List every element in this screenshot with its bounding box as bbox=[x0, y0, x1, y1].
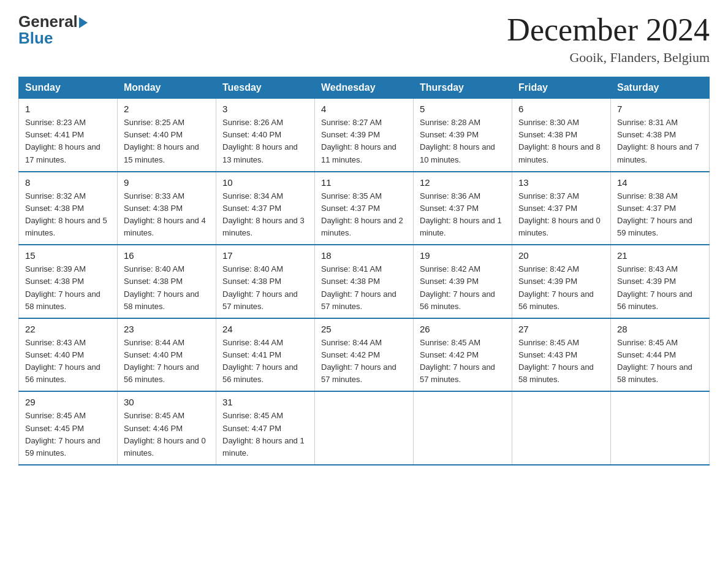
calendar-cell: 11 Sunrise: 8:35 AMSunset: 4:37 PMDaylig… bbox=[315, 172, 414, 245]
day-number: 17 bbox=[222, 250, 308, 261]
day-number: 14 bbox=[617, 177, 703, 188]
day-info: Sunrise: 8:45 AMSunset: 4:42 PMDaylight:… bbox=[420, 338, 495, 384]
day-number: 26 bbox=[420, 324, 506, 334]
day-info: Sunrise: 8:43 AMSunset: 4:40 PMDaylight:… bbox=[25, 338, 100, 384]
col-header-wednesday: Wednesday bbox=[315, 77, 414, 99]
day-number: 16 bbox=[124, 250, 210, 261]
calendar-cell: 17 Sunrise: 8:40 AMSunset: 4:38 PMDaylig… bbox=[216, 245, 315, 318]
calendar-cell: 13 Sunrise: 8:37 AMSunset: 4:37 PMDaylig… bbox=[512, 172, 611, 245]
day-info: Sunrise: 8:33 AMSunset: 4:38 PMDaylight:… bbox=[124, 191, 206, 237]
day-number: 19 bbox=[420, 250, 506, 261]
logo-blue-text: Blue bbox=[18, 29, 53, 48]
col-header-tuesday: Tuesday bbox=[216, 77, 315, 99]
calendar-cell: 14 Sunrise: 8:38 AMSunset: 4:37 PMDaylig… bbox=[611, 172, 710, 245]
calendar-cell: 19 Sunrise: 8:42 AMSunset: 4:39 PMDaylig… bbox=[414, 245, 512, 318]
day-number: 31 bbox=[222, 397, 308, 407]
day-info: Sunrise: 8:42 AMSunset: 4:39 PMDaylight:… bbox=[420, 264, 495, 310]
day-info: Sunrise: 8:31 AMSunset: 4:38 PMDaylight:… bbox=[617, 118, 699, 164]
calendar-cell bbox=[414, 391, 512, 465]
day-info: Sunrise: 8:44 AMSunset: 4:40 PMDaylight:… bbox=[124, 338, 199, 384]
col-header-monday: Monday bbox=[118, 77, 216, 99]
day-number: 15 bbox=[25, 250, 111, 261]
calendar-cell bbox=[611, 391, 710, 465]
day-info: Sunrise: 8:45 AMSunset: 4:46 PMDaylight:… bbox=[124, 411, 206, 457]
day-number: 8 bbox=[25, 177, 111, 188]
calendar-cell: 25 Sunrise: 8:44 AMSunset: 4:42 PMDaylig… bbox=[315, 318, 414, 392]
calendar-cell: 16 Sunrise: 8:40 AMSunset: 4:38 PMDaylig… bbox=[118, 245, 216, 318]
day-info: Sunrise: 8:40 AMSunset: 4:38 PMDaylight:… bbox=[124, 264, 199, 310]
calendar-cell: 28 Sunrise: 8:45 AMSunset: 4:44 PMDaylig… bbox=[611, 318, 710, 392]
day-number: 13 bbox=[518, 177, 604, 188]
calendar-cell: 12 Sunrise: 8:36 AMSunset: 4:37 PMDaylig… bbox=[414, 172, 512, 245]
day-number: 28 bbox=[617, 324, 703, 334]
calendar-cell: 21 Sunrise: 8:43 AMSunset: 4:39 PMDaylig… bbox=[611, 245, 710, 318]
calendar-cell: 27 Sunrise: 8:45 AMSunset: 4:43 PMDaylig… bbox=[512, 318, 611, 392]
calendar-week-row: 22 Sunrise: 8:43 AMSunset: 4:40 PMDaylig… bbox=[19, 318, 710, 392]
day-info: Sunrise: 8:43 AMSunset: 4:39 PMDaylight:… bbox=[617, 264, 692, 310]
calendar-cell: 31 Sunrise: 8:45 AMSunset: 4:47 PMDaylig… bbox=[216, 391, 315, 465]
calendar-cell: 8 Sunrise: 8:32 AMSunset: 4:38 PMDayligh… bbox=[19, 172, 118, 245]
day-info: Sunrise: 8:45 AMSunset: 4:43 PMDaylight:… bbox=[518, 338, 594, 384]
day-info: Sunrise: 8:26 AMSunset: 4:40 PMDaylight:… bbox=[222, 118, 298, 164]
col-header-thursday: Thursday bbox=[414, 77, 512, 99]
day-number: 22 bbox=[25, 324, 111, 334]
day-info: Sunrise: 8:36 AMSunset: 4:37 PMDaylight:… bbox=[420, 191, 502, 237]
month-title: December 2024 bbox=[507, 12, 710, 47]
calendar-cell: 18 Sunrise: 8:41 AMSunset: 4:38 PMDaylig… bbox=[315, 245, 414, 318]
day-number: 4 bbox=[321, 104, 407, 114]
calendar-cell: 22 Sunrise: 8:43 AMSunset: 4:40 PMDaylig… bbox=[19, 318, 118, 392]
day-info: Sunrise: 8:23 AMSunset: 4:41 PMDaylight:… bbox=[25, 118, 100, 164]
day-info: Sunrise: 8:38 AMSunset: 4:37 PMDaylight:… bbox=[617, 191, 692, 237]
calendar-cell: 5 Sunrise: 8:28 AMSunset: 4:39 PMDayligh… bbox=[414, 99, 512, 172]
calendar-cell: 3 Sunrise: 8:26 AMSunset: 4:40 PMDayligh… bbox=[216, 99, 315, 172]
day-info: Sunrise: 8:32 AMSunset: 4:38 PMDaylight:… bbox=[25, 191, 107, 237]
calendar-cell: 15 Sunrise: 8:39 AMSunset: 4:38 PMDaylig… bbox=[19, 245, 118, 318]
day-number: 7 bbox=[617, 104, 703, 114]
day-number: 12 bbox=[420, 177, 506, 188]
calendar-cell: 4 Sunrise: 8:27 AMSunset: 4:39 PMDayligh… bbox=[315, 99, 414, 172]
calendar-cell: 6 Sunrise: 8:30 AMSunset: 4:38 PMDayligh… bbox=[512, 99, 611, 172]
day-info: Sunrise: 8:45 AMSunset: 4:44 PMDaylight:… bbox=[617, 338, 692, 384]
day-number: 18 bbox=[321, 250, 407, 261]
calendar-cell: 7 Sunrise: 8:31 AMSunset: 4:38 PMDayligh… bbox=[611, 99, 710, 172]
day-info: Sunrise: 8:45 AMSunset: 4:45 PMDaylight:… bbox=[25, 411, 100, 457]
day-info: Sunrise: 8:34 AMSunset: 4:37 PMDaylight:… bbox=[222, 191, 305, 237]
day-number: 21 bbox=[617, 250, 703, 261]
day-number: 5 bbox=[420, 104, 506, 114]
day-number: 23 bbox=[124, 324, 210, 334]
day-number: 1 bbox=[25, 104, 111, 114]
col-header-friday: Friday bbox=[512, 77, 611, 99]
logo-arrow-icon bbox=[79, 17, 88, 28]
day-number: 20 bbox=[518, 250, 604, 261]
day-number: 24 bbox=[222, 324, 308, 334]
calendar-cell: 24 Sunrise: 8:44 AMSunset: 4:41 PMDaylig… bbox=[216, 318, 315, 392]
day-number: 3 bbox=[222, 104, 308, 114]
day-info: Sunrise: 8:39 AMSunset: 4:38 PMDaylight:… bbox=[25, 264, 100, 310]
calendar-week-row: 29 Sunrise: 8:45 AMSunset: 4:45 PMDaylig… bbox=[19, 391, 710, 465]
location-subtitle: Gooik, Flanders, Belgium bbox=[507, 50, 710, 66]
day-info: Sunrise: 8:37 AMSunset: 4:37 PMDaylight:… bbox=[518, 191, 601, 237]
calendar-cell: 20 Sunrise: 8:42 AMSunset: 4:39 PMDaylig… bbox=[512, 245, 611, 318]
calendar-week-row: 15 Sunrise: 8:39 AMSunset: 4:38 PMDaylig… bbox=[19, 245, 710, 318]
day-info: Sunrise: 8:42 AMSunset: 4:39 PMDaylight:… bbox=[518, 264, 594, 310]
calendar-table: SundayMondayTuesdayWednesdayThursdayFrid… bbox=[18, 77, 710, 465]
day-number: 29 bbox=[25, 397, 111, 407]
calendar-cell bbox=[512, 391, 611, 465]
day-info: Sunrise: 8:28 AMSunset: 4:39 PMDaylight:… bbox=[420, 118, 495, 164]
calendar-cell bbox=[315, 391, 414, 465]
day-info: Sunrise: 8:45 AMSunset: 4:47 PMDaylight:… bbox=[222, 411, 305, 457]
col-header-sunday: Sunday bbox=[19, 77, 118, 99]
day-number: 6 bbox=[518, 104, 604, 114]
day-info: Sunrise: 8:40 AMSunset: 4:38 PMDaylight:… bbox=[222, 264, 298, 310]
day-number: 10 bbox=[222, 177, 308, 188]
col-header-saturday: Saturday bbox=[611, 77, 710, 99]
day-number: 9 bbox=[124, 177, 210, 188]
calendar-cell: 23 Sunrise: 8:44 AMSunset: 4:40 PMDaylig… bbox=[118, 318, 216, 392]
day-info: Sunrise: 8:44 AMSunset: 4:42 PMDaylight:… bbox=[321, 338, 396, 384]
day-number: 11 bbox=[321, 177, 407, 188]
calendar-cell: 10 Sunrise: 8:34 AMSunset: 4:37 PMDaylig… bbox=[216, 172, 315, 245]
calendar-cell: 9 Sunrise: 8:33 AMSunset: 4:38 PMDayligh… bbox=[118, 172, 216, 245]
day-number: 27 bbox=[518, 324, 604, 334]
calendar-cell: 29 Sunrise: 8:45 AMSunset: 4:45 PMDaylig… bbox=[19, 391, 118, 465]
calendar-cell: 26 Sunrise: 8:45 AMSunset: 4:42 PMDaylig… bbox=[414, 318, 512, 392]
